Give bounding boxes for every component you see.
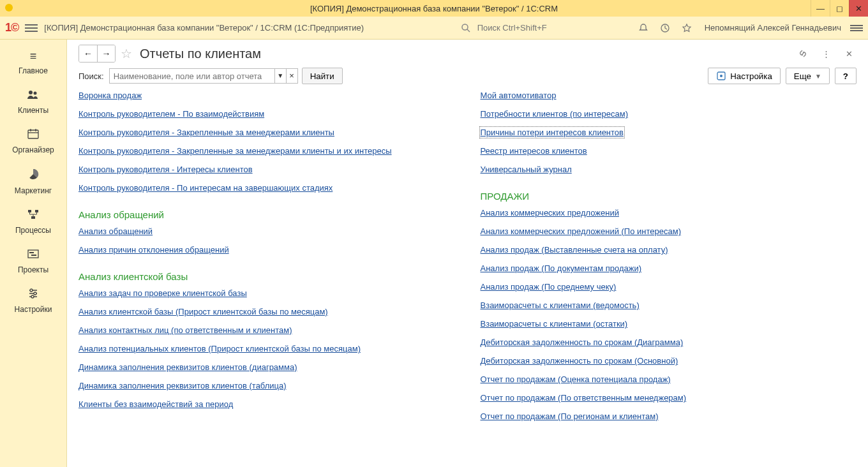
report-link[interactable]: Анализ задач по проверке клиентской базы	[79, 288, 247, 298]
help-button[interactable]: ?	[835, 68, 857, 84]
window-titlebar: [КОПИЯ] Демонстрационная база компании "…	[0, 0, 868, 17]
svg-point-4	[29, 91, 33, 94]
nav-forward-button[interactable]: →	[97, 45, 115, 62]
sidebar-item-organizer[interactable]: Органайзер	[0, 122, 66, 162]
main-menu-button[interactable]	[25, 24, 38, 32]
svg-point-21	[31, 295, 34, 298]
report-link[interactable]: Анализ коммерческих предложений (По инте…	[481, 226, 681, 236]
report-link[interactable]: Реестр интересов клиентов	[481, 146, 587, 156]
report-search-input[interactable]	[110, 69, 274, 83]
report-link[interactable]: Динамика заполнения реквизитов клиентов …	[79, 381, 287, 390]
page-title: Отчеты по клиентам	[140, 47, 261, 61]
history-icon[interactable]	[657, 20, 673, 36]
report-link[interactable]: Отчет по продажам (По ответственным мене…	[481, 393, 687, 403]
nav-back-button[interactable]: ←	[79, 45, 97, 62]
sidebar: ≡ Главное Клиенты Органайзер Маркетинг	[0, 40, 67, 467]
nav-arrows: ← →	[79, 45, 116, 63]
svg-point-17	[30, 289, 33, 292]
section-title: Анализ обращений	[79, 209, 455, 220]
report-link[interactable]: Дебиторская задолженность по срокам (Осн…	[481, 356, 678, 366]
favorites-icon[interactable]	[679, 20, 694, 36]
report-link[interactable]: Анализ коммерческих предложений	[481, 208, 619, 218]
report-link[interactable]: Анализ обращений	[79, 226, 153, 236]
svg-point-5	[34, 92, 37, 95]
report-link[interactable]: Динамика заполнения реквизитов клиентов …	[79, 362, 297, 372]
report-link[interactable]: Анализ продаж (Выставленные счета на опл…	[481, 245, 668, 255]
user-menu-button[interactable]	[850, 25, 863, 31]
svg-point-1	[462, 24, 468, 30]
section-title: Анализ клиентской базы	[79, 271, 455, 282]
report-link[interactable]: Контроль руководителя - Закрепленные за …	[79, 128, 334, 137]
user-name[interactable]: Непомнящий Алексей Геннадьевич	[705, 23, 841, 33]
pie-chart-icon	[0, 168, 66, 183]
report-link[interactable]: Мой автомотиватор	[481, 91, 557, 100]
notifications-icon[interactable]	[636, 20, 651, 36]
report-link[interactable]: Анализ продаж (По документам продажи)	[481, 263, 642, 273]
sidebar-item-processes[interactable]: Процессы	[0, 203, 66, 242]
clients-icon	[0, 89, 66, 103]
svg-line-2	[467, 29, 470, 32]
svg-rect-10	[28, 210, 31, 212]
projects-icon	[0, 249, 66, 262]
search-dropdown-button[interactable]: ▼	[274, 69, 286, 83]
link-icon[interactable]	[795, 46, 811, 61]
report-link[interactable]: Универсальный журнал	[481, 165, 572, 174]
main-area: ← → ☆ Отчеты по клиентам ⋮ ✕ Поиск: ▼ × …	[67, 40, 868, 467]
svg-rect-12	[31, 216, 35, 219]
app-title: [КОПИЯ] Демонстрационная база компании "…	[44, 23, 364, 33]
report-link[interactable]: Взаиморасчеты с клиентами (ведомость)	[481, 300, 640, 310]
window-minimize-button[interactable]: —	[811, 0, 830, 17]
svg-rect-11	[35, 210, 38, 212]
svg-rect-15	[31, 255, 36, 256]
report-link[interactable]: Контроль руководителя - Интересы клиенто…	[79, 165, 253, 174]
window-close-button[interactable]: ✕	[849, 0, 868, 17]
report-link[interactable]: Воронка продаж	[79, 91, 142, 100]
report-link[interactable]: Отчет по продажам (По регионам и клиента…	[481, 411, 659, 421]
report-link[interactable]: Анализ потенциальных клиентов (Прирост к…	[79, 344, 361, 353]
favorite-toggle-icon[interactable]: ☆	[121, 46, 132, 61]
report-link[interactable]: Дебиторская задолженность по срокам (Диа…	[481, 337, 684, 347]
report-link[interactable]: Причины потери интересов клиентов	[481, 128, 624, 137]
search-clear-button[interactable]: ×	[286, 69, 297, 83]
window-title: [КОПИЯ] Демонстрационная база компании "…	[0, 4, 868, 13]
process-icon	[0, 209, 66, 223]
sidebar-item-settings[interactable]: Настройки	[0, 282, 66, 322]
menu-icon: ≡	[0, 50, 66, 63]
report-link[interactable]: Анализ причин отклонения обращений	[79, 245, 229, 255]
window-maximize-button[interactable]: ◻	[830, 0, 849, 17]
report-link[interactable]: Потребности клиентов (по интересам)	[481, 109, 629, 119]
settings-button[interactable]: Настройка	[708, 68, 781, 84]
global-search-input[interactable]	[476, 22, 629, 33]
svg-point-23	[720, 75, 722, 77]
kebab-menu-icon[interactable]: ⋮	[818, 46, 834, 61]
sidebar-item-clients[interactable]: Клиенты	[0, 83, 66, 122]
search-icon	[458, 20, 474, 36]
report-link[interactable]: Анализ продаж (По среднему чеку)	[481, 282, 617, 292]
svg-point-19	[34, 292, 36, 295]
section-title: ПРОДАЖИ	[481, 191, 857, 202]
sidebar-item-marketing[interactable]: Маркетинг	[0, 162, 66, 203]
report-link[interactable]: Клиенты без взаимодействий за период	[79, 399, 233, 409]
report-link[interactable]: Анализ клиентской базы (Прирост клиентск…	[79, 307, 328, 316]
sidebar-item-main[interactable]: ≡ Главное	[0, 43, 66, 83]
svg-rect-6	[28, 130, 38, 138]
app-window-icon	[4, 3, 18, 15]
find-button[interactable]: Найти	[302, 68, 343, 84]
report-link[interactable]: Контроль руководителя - Закрепленные за …	[79, 146, 392, 156]
report-link[interactable]: Контроль руководителя - По интересам на …	[79, 183, 333, 193]
report-link[interactable]: Контроль руководителем - По взаимодейств…	[79, 109, 264, 119]
sidebar-item-projects[interactable]: Проекты	[0, 242, 66, 282]
right-column: Мой автомотиваторПотребности клиентов (п…	[481, 91, 857, 430]
report-search-field: ▼ ×	[109, 68, 298, 84]
settings-icon	[0, 288, 66, 302]
svg-rect-13	[28, 250, 38, 258]
report-link[interactable]: Анализ контактных лиц (по ответственным …	[79, 325, 292, 335]
calendar-icon	[0, 129, 66, 142]
more-button[interactable]: Еще▼	[786, 68, 830, 84]
logo-1c: 1©	[5, 21, 19, 34]
report-link[interactable]: Отчет по продажам (Оценка потенциала про…	[481, 374, 671, 384]
left-column: Воронка продажКонтроль руководителем - П…	[79, 91, 455, 430]
close-page-icon[interactable]: ✕	[841, 46, 857, 61]
report-link[interactable]: Взаиморасчеты с клиентами (остатки)	[481, 319, 628, 329]
svg-rect-14	[29, 252, 34, 253]
